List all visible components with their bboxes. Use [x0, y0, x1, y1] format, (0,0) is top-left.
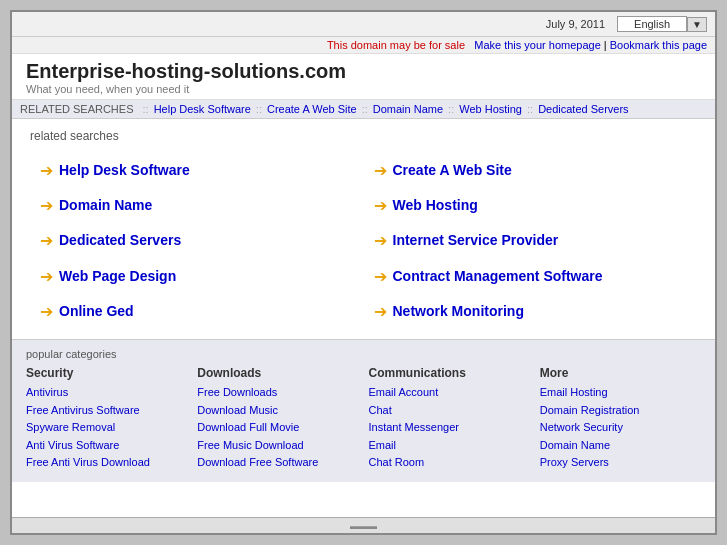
popular-section: popular categories Security Antivirus Fr… [12, 339, 715, 482]
related-bar-item-0[interactable]: Help Desk Software [154, 103, 251, 115]
search-link-contract-mgmt[interactable]: Contract Management Software [393, 267, 603, 285]
popular-link-domain-registration[interactable]: Domain Registration [540, 402, 701, 420]
popular-link-free-downloads[interactable]: Free Downloads [197, 384, 358, 402]
popular-link-antivirus[interactable]: Antivirus [26, 384, 187, 402]
related-bar-label: RELATED SEARCHES [20, 103, 134, 115]
popular-col-heading-downloads: Downloads [197, 366, 358, 380]
arrow-icon: ➔ [40, 231, 53, 250]
popular-col-more: More Email Hosting Domain Registration N… [540, 366, 701, 472]
popular-link-instant-messenger[interactable]: Instant Messenger [369, 419, 530, 437]
popular-link-anti-virus-sw[interactable]: Anti Virus Software [26, 437, 187, 455]
search-link-online-ged[interactable]: Online Ged [59, 302, 134, 320]
search-link-help-desk[interactable]: Help Desk Software [59, 161, 190, 179]
popular-link-download-full-movie[interactable]: Download Full Movie [197, 419, 358, 437]
popular-col-downloads: Downloads Free Downloads Download Music … [197, 366, 358, 472]
search-link-create-web[interactable]: Create A Web Site [393, 161, 512, 179]
popular-link-domain-name[interactable]: Domain Name [540, 437, 701, 455]
site-subtitle: What you need, when you need it [26, 83, 701, 95]
popular-col-heading-security: Security [26, 366, 187, 380]
header-section: Enterprise-hosting-solutions.com What yo… [12, 54, 715, 100]
popular-link-dl-free-sw[interactable]: Download Free Software [197, 454, 358, 472]
list-item: ➔ Dedicated Servers [30, 223, 364, 258]
domain-sale-bar: This domain may be for sale Make this yo… [12, 37, 715, 54]
search-link-network-monitoring[interactable]: Network Monitoring [393, 302, 524, 320]
top-bar: July 9, 2011 English ▼ [12, 12, 715, 37]
arrow-icon: ➔ [374, 302, 387, 321]
popular-col-heading-more: More [540, 366, 701, 380]
related-bar-item-2[interactable]: Domain Name [373, 103, 443, 115]
scrollbar-indicator: ▬▬▬ [350, 521, 377, 531]
popular-link-free-anti-virus-dl[interactable]: Free Anti Virus Download [26, 454, 187, 472]
content-inner: related searches ➔ Help Desk Software ➔ … [12, 119, 715, 339]
popular-label: popular categories [26, 348, 701, 360]
list-item: ➔ Domain Name [30, 188, 364, 223]
main-content: related searches ➔ Help Desk Software ➔ … [12, 119, 715, 517]
list-item: ➔ Create A Web Site [364, 153, 698, 188]
homepage-link[interactable]: Make this your homepage [474, 39, 601, 51]
popular-link-network-security[interactable]: Network Security [540, 419, 701, 437]
popular-col-heading-comms: Communications [369, 366, 530, 380]
arrow-icon: ➔ [374, 161, 387, 180]
arrow-icon: ➔ [374, 196, 387, 215]
related-bar-item-1[interactable]: Create A Web Site [267, 103, 357, 115]
search-link-dedicated-servers[interactable]: Dedicated Servers [59, 231, 181, 249]
bookmark-link[interactable]: Bookmark this page [610, 39, 707, 51]
popular-link-download-music[interactable]: Download Music [197, 402, 358, 420]
popular-link-free-music-dl[interactable]: Free Music Download [197, 437, 358, 455]
arrow-icon: ➔ [40, 267, 53, 286]
popular-link-email-account[interactable]: Email Account [369, 384, 530, 402]
popular-col-communications: Communications Email Account Chat Instan… [369, 366, 530, 472]
list-item: ➔ Network Monitoring [364, 294, 698, 329]
arrow-icon: ➔ [40, 196, 53, 215]
popular-link-spyware[interactable]: Spyware Removal [26, 419, 187, 437]
popular-link-email[interactable]: Email [369, 437, 530, 455]
popular-link-free-antivirus[interactable]: Free Antivirus Software [26, 402, 187, 420]
site-title: Enterprise-hosting-solutions.com [26, 60, 701, 83]
arrow-icon: ➔ [374, 267, 387, 286]
language-label: English [617, 16, 687, 32]
search-grid: ➔ Help Desk Software ➔ Create A Web Site… [30, 153, 697, 329]
search-link-web-hosting[interactable]: Web Hosting [393, 196, 478, 214]
related-bar: RELATED SEARCHES :: Help Desk Software :… [12, 100, 715, 119]
sale-text: This domain may be for sale [327, 39, 465, 51]
popular-col-security: Security Antivirus Free Antivirus Softwa… [26, 366, 187, 472]
language-dropdown-arrow[interactable]: ▼ [687, 17, 707, 32]
arrow-icon: ➔ [374, 231, 387, 250]
language-selector[interactable]: English ▼ [617, 16, 707, 32]
popular-link-chat-room[interactable]: Chat Room [369, 454, 530, 472]
list-item: ➔ Online Ged [30, 294, 364, 329]
list-item: ➔ Web Page Design [30, 259, 364, 294]
arrow-icon: ➔ [40, 302, 53, 321]
popular-link-proxy-servers[interactable]: Proxy Servers [540, 454, 701, 472]
arrow-icon: ➔ [40, 161, 53, 180]
search-link-isp[interactable]: Internet Service Provider [393, 231, 559, 249]
list-item: ➔ Internet Service Provider [364, 223, 698, 258]
related-searches-label: related searches [30, 129, 697, 143]
main-window: July 9, 2011 English ▼ This domain may b… [10, 10, 717, 535]
related-bar-item-3[interactable]: Web Hosting [459, 103, 522, 115]
list-item: ➔ Contract Management Software [364, 259, 698, 294]
list-item: ➔ Web Hosting [364, 188, 698, 223]
search-link-web-page-design[interactable]: Web Page Design [59, 267, 176, 285]
popular-link-chat[interactable]: Chat [369, 402, 530, 420]
popular-link-email-hosting[interactable]: Email Hosting [540, 384, 701, 402]
related-bar-item-4[interactable]: Dedicated Servers [538, 103, 629, 115]
bottom-scrollbar[interactable]: ▬▬▬ [12, 517, 715, 533]
search-link-domain-name[interactable]: Domain Name [59, 196, 152, 214]
date-text: July 9, 2011 [546, 18, 605, 30]
list-item: ➔ Help Desk Software [30, 153, 364, 188]
popular-grid: Security Antivirus Free Antivirus Softwa… [26, 366, 701, 472]
